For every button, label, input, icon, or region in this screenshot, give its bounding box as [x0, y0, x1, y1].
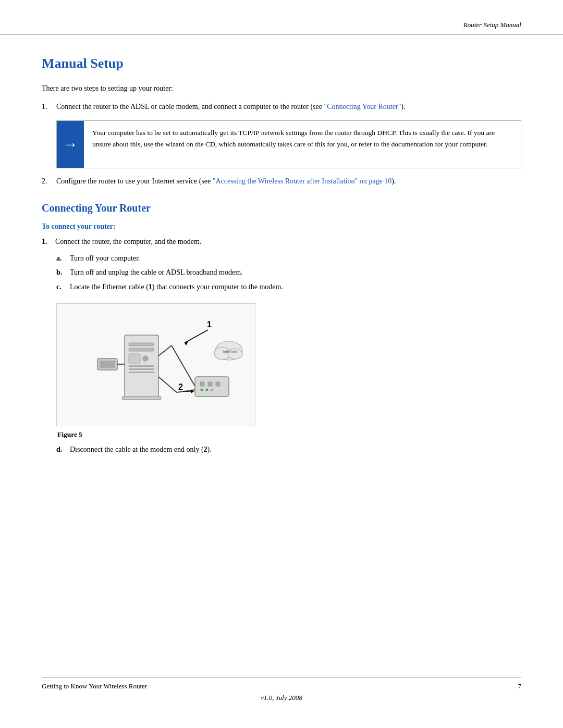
- svg-rect-12: [208, 382, 212, 386]
- svg-rect-22: [100, 361, 115, 368]
- connect-step-1: 1. Connect the router, the computer, and…: [42, 236, 521, 248]
- accessing-router-link[interactable]: "Accessing the Wireless Router after Ins…: [213, 177, 391, 185]
- sub-heading: To connect your router:: [42, 223, 521, 231]
- svg-rect-5: [129, 365, 154, 367]
- ltr-d: d.: [56, 444, 70, 455]
- footer-right: 7: [518, 682, 522, 690]
- svg-rect-9: [122, 397, 161, 400]
- footer-rule: [42, 677, 521, 678]
- intro-text: There are two steps to setting up your r…: [42, 83, 521, 94]
- ltr-c-text: Locate the Ethernet cable (1) that conne…: [70, 281, 521, 293]
- letter-step-a: a. Turn off your computer.: [56, 253, 521, 264]
- main-content: Manual Setup There are two steps to sett…: [0, 35, 563, 489]
- step-2-content: Configure the router to use your Interne…: [56, 176, 521, 187]
- ltr-b: b.: [56, 267, 70, 278]
- svg-rect-6: [129, 368, 154, 370]
- header-title: Router Setup Manual: [463, 21, 521, 29]
- figure-box: Internet 1: [56, 303, 255, 426]
- bold-1: 1: [149, 283, 152, 291]
- connect-steps: 1. Connect the router, the computer, and…: [42, 236, 521, 248]
- connect-step-1-text: Connect the router, the computer, and th…: [55, 236, 201, 248]
- svg-point-15: [206, 388, 209, 391]
- svg-rect-13: [216, 382, 220, 386]
- svg-rect-11: [200, 382, 204, 386]
- step-1: 1. Connect the router to the ADSL or cab…: [42, 101, 521, 112]
- ltr-a: a.: [56, 253, 70, 264]
- page: Router Setup Manual Manual Setup There a…: [0, 0, 563, 728]
- connecting-router-link[interactable]: "Connecting Your Router": [324, 103, 401, 110]
- footer-left: Getting to Know Your Wireless Router: [42, 682, 147, 690]
- ltr-c: c.: [56, 281, 70, 293]
- page-footer: Getting to Know Your Wireless Router 7 v…: [0, 677, 563, 702]
- letter-step-c: c. Locate the Ethernet cable (1) that co…: [56, 281, 521, 293]
- svg-rect-7: [129, 372, 154, 373]
- figure-caption: Figure 5: [57, 430, 82, 439]
- svg-text:2: 2: [178, 382, 183, 391]
- ltr-a-text: Turn off your computer.: [70, 253, 521, 264]
- section-title: Connecting Your Router: [42, 202, 521, 214]
- footer-center: v1.0, July 2008: [42, 694, 521, 702]
- svg-text:Internet: Internet: [223, 349, 237, 354]
- page-header: Router Setup Manual: [0, 0, 563, 35]
- footer-version: v1.0, July 2008: [261, 694, 302, 701]
- svg-rect-2: [129, 343, 154, 346]
- letter-step-d: d. Disconnect the cable at the modem end…: [56, 444, 521, 455]
- svg-point-14: [201, 388, 203, 391]
- arrow-icon: →: [63, 136, 78, 153]
- chapter-title: Manual Setup: [42, 56, 521, 71]
- ltr-b-text: Turn off and unplug the cable or ADSL br…: [70, 267, 521, 278]
- letter-step-d-list: d. Disconnect the cable at the modem end…: [56, 444, 521, 455]
- letter-step-b: b. Turn off and unplug the cable or ADSL…: [56, 267, 521, 278]
- footer-content: Getting to Know Your Wireless Router 7: [42, 682, 521, 690]
- step-2: 2. Configure the router to use your Inte…: [42, 176, 521, 187]
- note-text: Your computer has to be set to automatic…: [84, 121, 521, 156]
- step-2-num: 2.: [42, 176, 56, 187]
- bold-2: 2: [204, 446, 207, 453]
- svg-rect-4: [129, 354, 140, 363]
- svg-text:1: 1: [207, 320, 212, 329]
- svg-point-16: [211, 388, 214, 391]
- ltr-d-text: Disconnect the cable at the modem end on…: [70, 444, 521, 455]
- svg-point-8: [143, 356, 148, 361]
- note-icon-area: →: [57, 121, 84, 168]
- step-1-content: Connect the router to the ADSL or cable …: [56, 101, 521, 112]
- numbered-steps: 1. Connect the router to the ADSL or cab…: [42, 101, 521, 112]
- svg-rect-10: [195, 377, 229, 397]
- step-1-num: 1.: [42, 101, 56, 112]
- connect-step-1-num: 1.: [42, 236, 55, 248]
- letter-steps: a. Turn off your computer. b. Turn off a…: [56, 253, 521, 293]
- svg-rect-3: [129, 348, 154, 351]
- figure-diagram: Internet 1: [67, 309, 244, 418]
- note-box: → Your computer has to be set to automat…: [56, 120, 521, 168]
- numbered-steps-2: 2. Configure the router to use your Inte…: [42, 176, 521, 187]
- figure-area: Internet 1: [56, 303, 521, 439]
